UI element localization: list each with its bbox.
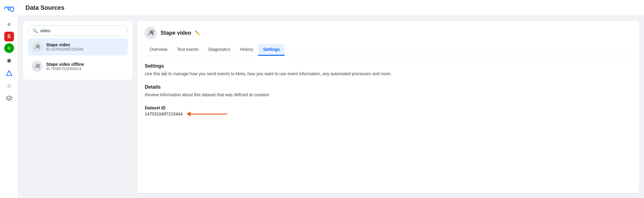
- svg-marker-0: [6, 96, 12, 99]
- dataset-id-row: 1470310497215444: [145, 111, 632, 116]
- sidebar: ≡ S + ◉ ☆: [0, 0, 18, 198]
- detail-title-row: Stape video ✏️: [145, 27, 632, 39]
- source-id-2: ID 795857629356624: [46, 67, 84, 71]
- arrow-annotation: [186, 111, 227, 116]
- layers-icon[interactable]: [4, 93, 15, 104]
- source-name-2: Stape video offline: [46, 62, 84, 67]
- search-input[interactable]: [40, 28, 123, 33]
- source-info-2: Stape video offline ID 795857629356624: [46, 62, 84, 71]
- face-icon[interactable]: ◉: [4, 55, 15, 66]
- arrow-head: [186, 111, 191, 116]
- tab-settings[interactable]: Settings: [258, 44, 285, 56]
- dataset-id-label: Dataset ID: [145, 105, 632, 110]
- edit-icon[interactable]: ✏️: [195, 30, 200, 35]
- main-area: Data Sources 🔍 Stape video: [18, 0, 644, 198]
- add-icon[interactable]: +: [4, 43, 14, 53]
- detail-body: Settings Use this tab to manage how you …: [137, 56, 639, 193]
- source-id-1: ID 1470310497215444: [46, 47, 83, 51]
- tabs: Overview Test events Diagnostics History…: [145, 44, 632, 56]
- page-header: Data Sources: [18, 0, 644, 16]
- dataset-id-value: 1470310497215444: [145, 111, 183, 116]
- page-title: Data Sources: [26, 4, 64, 11]
- s-app-icon[interactable]: S: [4, 32, 14, 41]
- source-item-stape-video-offline[interactable]: Stape video offline ID 795857629356624: [28, 58, 128, 75]
- settings-section-desc: Use this tab to manage how you send even…: [145, 71, 632, 77]
- arrow-line: [191, 114, 227, 115]
- search-icon: 🔍: [33, 28, 38, 33]
- content-area: 🔍 Stape video ID 1470310497215444: [18, 16, 644, 198]
- detail-title-text: Stape video: [161, 30, 191, 36]
- triangle-icon[interactable]: [4, 68, 15, 79]
- settings-section-title: Settings: [145, 63, 632, 69]
- source-item-stape-video[interactable]: Stape video ID 1470310497215444: [28, 38, 128, 55]
- detail-panel: Stape video ✏️ Overview Test events Diag…: [137, 21, 639, 193]
- star-icon[interactable]: ☆: [4, 80, 15, 91]
- details-section-desc: Review information about this dataset th…: [145, 92, 632, 98]
- tab-overview[interactable]: Overview: [145, 44, 172, 56]
- source-avatar-1: [32, 41, 43, 52]
- source-info-1: Stape video ID 1470310497215444: [46, 42, 83, 51]
- meta-logo-container[interactable]: [4, 4, 15, 15]
- source-avatar-2: [32, 61, 43, 72]
- source-list-panel: 🔍 Stape video ID 1470310497215444: [23, 21, 133, 80]
- details-section-title: Details: [145, 84, 632, 90]
- detail-icon: [145, 27, 157, 39]
- hamburger-menu-icon[interactable]: ≡: [4, 19, 15, 30]
- tab-history[interactable]: History: [235, 44, 258, 56]
- tab-diagnostics[interactable]: Diagnostics: [203, 44, 235, 56]
- detail-header: Stape video ✏️ Overview Test events Diag…: [137, 21, 639, 56]
- search-box[interactable]: 🔍: [28, 26, 128, 36]
- tab-test-events[interactable]: Test events: [172, 44, 203, 56]
- source-name-1: Stape video: [46, 42, 83, 47]
